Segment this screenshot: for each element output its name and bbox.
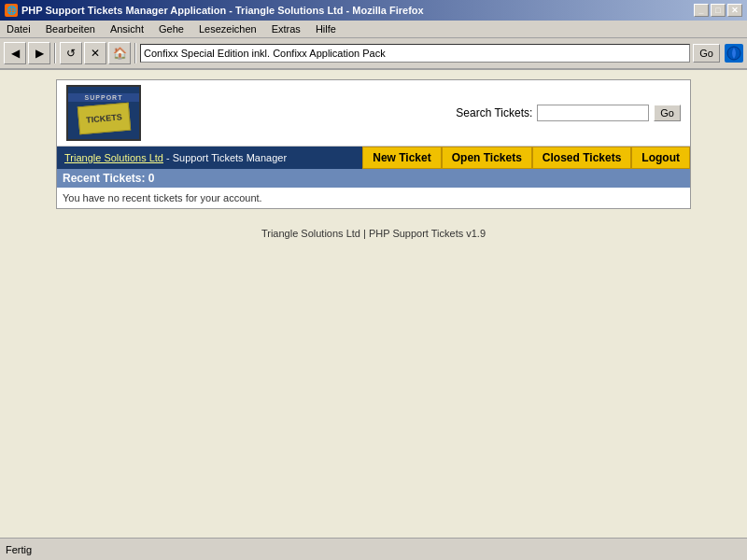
search-input[interactable] (537, 105, 649, 121)
menu-bearbeiten[interactable]: Bearbeiten (43, 22, 98, 35)
toolbar-separator-2 (134, 43, 136, 63)
nav-row: Triangle Solutions Ltd - Support Tickets… (57, 147, 690, 169)
page-footer: Triangle Solutions Ltd | PHP Support Tic… (19, 209, 728, 258)
address-bar: Go (140, 44, 720, 63)
logo-support-text: SUPPORT (68, 93, 139, 102)
new-ticket-btn[interactable]: New Ticket (362, 147, 441, 169)
logout-btn[interactable]: Logout (631, 147, 690, 169)
open-tickets-btn[interactable]: Open Tickets (442, 147, 532, 169)
table-empty-message: You have no recent tickets for your acco… (57, 188, 690, 208)
search-label: Search Tickets: (456, 106, 532, 119)
nav-buttons: New Ticket Open Tickets Closed Tickets L… (362, 147, 690, 169)
app-logo: SUPPORT TICKETS (66, 85, 141, 141)
minimize-btn[interactable]: _ (694, 4, 709, 17)
nav-title-rest: - Support Tickets Manager (163, 152, 287, 163)
menubar: Datei Bearbeiten Ansicht Gehe Lesezeiche… (0, 21, 747, 38)
toolbar: ◀ ▶ ↺ ✕ 🏠 Go (0, 38, 747, 70)
close-btn[interactable]: ✕ (727, 4, 742, 17)
logo-ticket: TICKETS (77, 103, 130, 135)
home-button[interactable]: 🏠 (108, 42, 131, 64)
reload-button[interactable]: ↺ (60, 42, 82, 64)
nav-app-title: Triangle Solutions Ltd - Support Tickets… (57, 147, 362, 169)
nav-title-link[interactable]: Triangle Solutions Ltd (64, 152, 163, 163)
back-button[interactable]: ◀ (4, 42, 26, 64)
logo-ticket-text: TICKETS (85, 112, 121, 124)
table-header-row: Recent Tickets: 0 (57, 169, 690, 188)
menu-lesezeichen[interactable]: Lesezeichen (196, 22, 260, 35)
go-button[interactable]: Go (693, 44, 720, 63)
app-header: SUPPORT TICKETS Search Tickets: Go (57, 80, 690, 147)
toolbar-logo-icon (725, 44, 743, 63)
menu-ansicht[interactable]: Ansicht (107, 22, 147, 35)
menu-hilfe[interactable]: Hilfe (313, 22, 339, 35)
statusbar-text: Fertig (6, 544, 32, 555)
menu-extras[interactable]: Extras (269, 22, 303, 35)
table-header-cell: Recent Tickets: 0 (57, 169, 690, 188)
forward-button[interactable]: ▶ (28, 42, 50, 64)
maximize-btn[interactable]: □ (711, 4, 726, 17)
footer-text: Triangle Solutions Ltd | PHP Support Tic… (261, 228, 486, 239)
tickets-table: Recent Tickets: 0 You have no recent tic… (57, 169, 690, 208)
menu-gehe[interactable]: Gehe (156, 22, 187, 35)
window-icon: 🌐 (5, 4, 18, 17)
titlebar: 🌐 PHP Support Tickets Manager Applicatio… (0, 0, 747, 21)
statusbar: Fertig (0, 538, 747, 560)
menu-datei[interactable]: Datei (4, 22, 34, 35)
window-controls: _ □ ✕ (694, 4, 742, 17)
page-content: SUPPORT TICKETS Search Tickets: Go Trian… (0, 70, 747, 560)
app-container: SUPPORT TICKETS Search Tickets: Go Trian… (56, 79, 691, 209)
address-input[interactable] (140, 44, 690, 63)
stop-button[interactable]: ✕ (84, 42, 106, 64)
closed-tickets-btn[interactable]: Closed Tickets (532, 147, 631, 169)
window-title: PHP Support Tickets Manager Application … (21, 5, 424, 16)
search-area: Search Tickets: Go (456, 105, 681, 121)
table-empty-row: You have no recent tickets for your acco… (57, 188, 690, 208)
search-go-button[interactable]: Go (654, 105, 681, 121)
toolbar-separator-1 (54, 43, 56, 63)
